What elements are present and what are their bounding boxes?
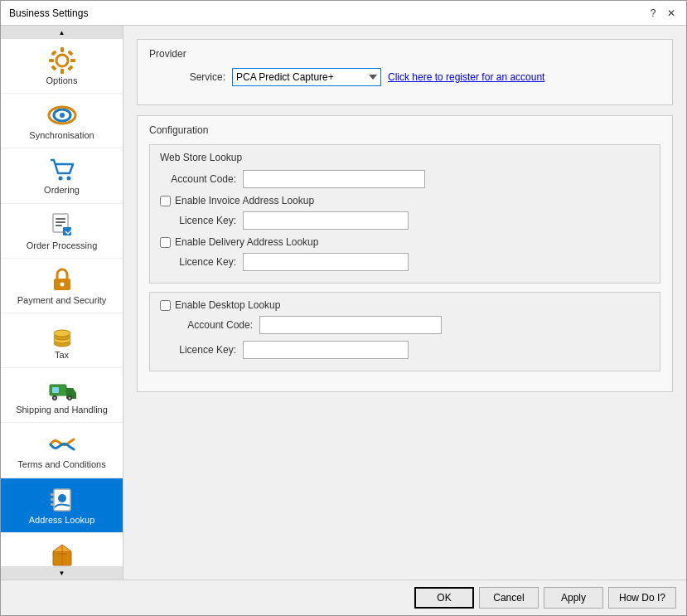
- svg-rect-34: [51, 498, 54, 501]
- desktop-licence-row: Licence Key:: [177, 341, 650, 359]
- truck-icon: [47, 375, 77, 405]
- delivery-checkbox-row: Enable Delivery Address Lookup: [160, 236, 650, 248]
- sidebar-item-ordering[interactable]: Ordering: [1, 148, 123, 203]
- service-select[interactable]: PCA Predict Capture+ None: [232, 68, 381, 86]
- sidebar-item-terms[interactable]: Terms and Conditions: [1, 423, 123, 478]
- svg-rect-30: [52, 387, 59, 393]
- invoice-licence-label: Licence Key:: [177, 215, 243, 226]
- desktop-licence-label: Licence Key:: [177, 344, 243, 356]
- handshake-icon: [47, 429, 77, 459]
- ordering-label: Ordering: [44, 185, 80, 196]
- sidebar-item-order-processing[interactable]: Order Processing: [1, 204, 123, 259]
- sidebar-item-synchronisation[interactable]: Synchronisation: [1, 94, 123, 148]
- delivery-licence-row: Licence Key:: [177, 253, 650, 271]
- sidebar-item-options[interactable]: Options: [1, 39, 123, 94]
- gear-icon: [47, 46, 77, 75]
- svg-rect-8: [67, 65, 73, 70]
- ok-button[interactable]: OK: [414, 587, 474, 609]
- sidebar-item-payment-security[interactable]: Payment and Security: [1, 259, 123, 313]
- doc-icon: [47, 211, 77, 240]
- howdo-button[interactable]: How Do I?: [608, 587, 676, 609]
- configuration-section-title: Configuration: [149, 124, 660, 136]
- configuration-section: Configuration Web Store Lookup Account C…: [137, 115, 673, 392]
- options-label: Options: [46, 75, 78, 86]
- scroll-up-button[interactable]: ▲: [1, 26, 123, 39]
- main-window: Business Settings ? ✕ ▲: [0, 0, 687, 616]
- svg-rect-33: [51, 493, 54, 496]
- web-store-group: Web Store Lookup Account Code: Enable In…: [149, 144, 660, 284]
- desktop-account-row: Account Code:: [177, 316, 650, 334]
- sidebar-items: Options Synchronisation: [1, 39, 123, 566]
- svg-point-20: [60, 282, 64, 286]
- addressbook-icon: [47, 485, 77, 515]
- order-processing-label: Order Processing: [27, 240, 98, 251]
- sync-label: Synchronisation: [29, 130, 94, 141]
- account-code-row: Account Code:: [160, 170, 650, 188]
- svg-rect-7: [51, 65, 56, 70]
- svg-point-11: [60, 113, 65, 118]
- sync-icon: [47, 100, 77, 130]
- sidebar: ▲: [1, 26, 123, 580]
- sidebar-item-address-lookup[interactable]: Address Lookup: [1, 478, 123, 533]
- footer: OK Cancel Apply How Do I?: [1, 580, 686, 615]
- address-lookup-label: Address Lookup: [29, 515, 95, 526]
- desktop-licence-input[interactable]: [243, 341, 409, 359]
- svg-point-0: [56, 55, 68, 66]
- window-title: Business Settings: [9, 7, 88, 19]
- svg-rect-17: [56, 225, 62, 226]
- provider-section-title: Provider: [149, 48, 660, 60]
- help-button[interactable]: ?: [646, 7, 660, 20]
- desktop-checkbox[interactable]: [160, 300, 171, 311]
- svg-rect-16: [56, 221, 65, 223]
- apply-button[interactable]: Apply: [544, 587, 603, 609]
- service-row: Service: PCA Predict Capture+ None Click…: [149, 68, 660, 86]
- desktop-checkbox-label: Enable Desktop Lookup: [175, 299, 280, 311]
- coins-icon: [47, 320, 77, 350]
- provider-section: Provider Service: PCA Predict Capture+ N…: [137, 39, 673, 105]
- sidebar-item-shipping[interactable]: Shipping and Handling: [1, 368, 123, 423]
- svg-point-12: [58, 177, 62, 181]
- box-icon: [47, 540, 77, 566]
- invoice-checkbox-row: Enable Invoice Address Lookup: [160, 195, 650, 206]
- desktop-checkbox-row: Enable Desktop Lookup: [160, 299, 650, 311]
- svg-rect-5: [51, 50, 56, 56]
- title-bar-controls: ? ✕: [646, 7, 678, 20]
- svg-rect-6: [67, 50, 73, 56]
- delivery-checkbox-label: Enable Delivery Address Lookup: [175, 236, 318, 248]
- svg-rect-4: [70, 59, 75, 62]
- window-body: ▲: [1, 26, 686, 580]
- account-code-input[interactable]: [243, 170, 425, 188]
- desktop-account-label: Account Code:: [177, 319, 259, 331]
- svg-rect-35: [51, 503, 54, 506]
- register-link[interactable]: Click here to register for an account: [388, 71, 544, 83]
- tax-label: Tax: [55, 350, 69, 361]
- invoice-checkbox[interactable]: [160, 196, 171, 206]
- service-label: Service:: [149, 71, 232, 83]
- title-bar: Business Settings ? ✕: [1, 1, 686, 26]
- svg-point-29: [68, 397, 70, 400]
- close-button[interactable]: ✕: [665, 7, 678, 20]
- desktop-account-input[interactable]: [259, 316, 442, 334]
- main-content-area: Provider Service: PCA Predict Capture+ N…: [123, 26, 686, 580]
- svg-point-27: [53, 397, 56, 400]
- cart-icon: [47, 155, 77, 185]
- desktop-lookup-group: Enable Desktop Lookup Account Code: Lice…: [149, 292, 660, 371]
- sidebar-item-online-tracking[interactable]: Online Order Tracking: [1, 533, 123, 566]
- svg-rect-3: [49, 59, 54, 62]
- sidebar-item-tax[interactable]: Tax: [1, 313, 123, 368]
- payment-security-label: Payment and Security: [17, 295, 107, 306]
- scroll-down-button[interactable]: ▼: [1, 566, 123, 580]
- invoice-licence-input[interactable]: [243, 211, 409, 230]
- invoice-checkbox-label: Enable Invoice Address Lookup: [175, 195, 314, 206]
- svg-rect-1: [60, 47, 64, 52]
- web-store-title: Web Store Lookup: [160, 152, 650, 163]
- svg-rect-2: [60, 69, 64, 74]
- invoice-licence-row: Licence Key:: [177, 211, 650, 230]
- svg-point-24: [54, 330, 70, 337]
- shipping-label: Shipping and Handling: [16, 405, 108, 415]
- svg-point-32: [58, 494, 66, 502]
- delivery-licence-input[interactable]: [243, 253, 409, 271]
- delivery-checkbox[interactable]: [160, 237, 171, 248]
- svg-rect-15: [56, 218, 65, 220]
- cancel-button[interactable]: Cancel: [479, 587, 539, 609]
